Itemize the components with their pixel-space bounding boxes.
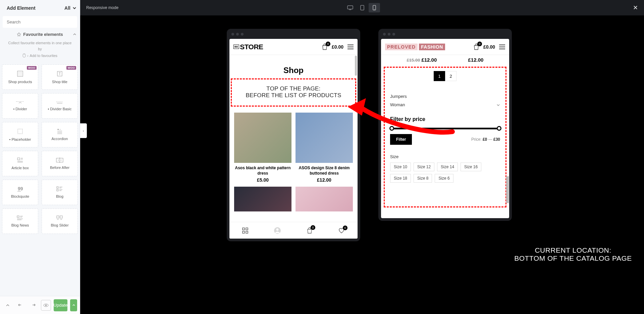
svg-rect-35 <box>57 189 58 191</box>
header-actions: 0 £0.00 <box>473 44 505 50</box>
element-blog-slider[interactable]: Blog Slider <box>42 208 78 234</box>
device-desktop[interactable] <box>344 3 356 12</box>
product-card[interactable] <box>296 187 353 211</box>
element-before-after[interactable]: Before After <box>42 151 78 176</box>
products-grid: Asos black and white pattern dress £5.00… <box>229 107 358 211</box>
cart-icon[interactable]: 0 <box>473 44 479 50</box>
menu-button[interactable] <box>499 45 505 49</box>
favourites-desc: Collect favourite elements in one place … <box>7 40 73 52</box>
svg-rect-17 <box>18 129 22 134</box>
placeholder-icon <box>17 128 23 135</box>
product-card[interactable]: ASOS design Size 8 denim buttoned dress … <box>296 113 353 183</box>
blog-news-icon <box>17 215 23 221</box>
search-input[interactable] <box>3 16 77 28</box>
element-article-box[interactable]: Article box <box>2 151 38 176</box>
svg-rect-23 <box>17 158 20 160</box>
pagination: 1 2 <box>390 71 500 81</box>
scrollbar[interactable] <box>355 56 357 76</box>
element-shop-title[interactable]: WOOTShop title <box>42 64 78 90</box>
filter-row: Filter Price: £0 — £30 <box>390 134 500 145</box>
svg-text:T: T <box>59 72 61 76</box>
device-mobile[interactable] <box>369 3 380 12</box>
slider-handle-min[interactable] <box>389 126 394 131</box>
price-row: £15.00£12.00 £12.00 <box>381 55 509 63</box>
size-option[interactable]: Size 10 <box>390 163 411 171</box>
update-button[interactable]: Update <box>54 299 68 311</box>
caret-up-button[interactable] <box>3 300 13 311</box>
element-divider[interactable]: • Divider <box>2 93 38 119</box>
account-icon[interactable] <box>274 227 281 234</box>
category-woman[interactable]: Woman <box>390 101 500 109</box>
chevron-down-icon <box>72 6 76 10</box>
page-title: Shop <box>229 66 358 75</box>
slider-handle-max[interactable] <box>497 126 501 131</box>
wishlist-icon[interactable]: 0 <box>338 228 345 234</box>
size-option[interactable]: Size 8 <box>414 174 432 183</box>
element-blockquote[interactable]: 99Blockquote <box>2 180 38 205</box>
sidebar-title: Add Element <box>7 5 36 11</box>
blog-icon <box>56 186 63 192</box>
product-card[interactable]: Asos black and white pattern dress £5.00 <box>234 113 291 183</box>
scrollbar[interactable] <box>506 176 509 203</box>
mobile-footer: 0 0 <box>229 222 358 239</box>
size-option[interactable]: Size 14 <box>437 163 458 171</box>
phone-preview-left: BESTORE 0 £0.00 Shop TOP OF THE PAGE: BE… <box>227 29 360 241</box>
element-shop-products[interactable]: WOOShop products <box>2 64 38 90</box>
woo-badge: WOO <box>66 66 76 70</box>
cart-icon[interactable]: 0 <box>322 44 328 50</box>
element-placeholder[interactable]: • Placeholder <box>2 122 38 147</box>
title-icon: T <box>56 70 63 77</box>
element-accordion[interactable]: Accordion <box>42 122 78 147</box>
size-option[interactable]: Size 16 <box>461 163 481 171</box>
device-tablet[interactable] <box>357 3 368 12</box>
window-dots <box>381 33 509 39</box>
preloved-logo[interactable]: PRELOVED FASHION <box>385 44 445 50</box>
update-dropdown[interactable] <box>70 299 77 311</box>
add-favourites-link[interactable]: › Add to favourites <box>7 53 73 58</box>
svg-point-7 <box>20 73 20 74</box>
svg-rect-55 <box>246 228 248 230</box>
page-2[interactable]: 2 <box>445 71 457 81</box>
svg-point-4 <box>20 72 20 73</box>
star-icon <box>17 32 21 37</box>
page-1[interactable]: 1 <box>434 71 445 81</box>
filter-dropdown[interactable]: All <box>64 5 76 11</box>
product-image <box>234 113 291 163</box>
svg-point-11 <box>21 75 22 75</box>
svg-point-9 <box>18 75 19 75</box>
grid-icon <box>17 70 23 77</box>
price-slider[interactable] <box>390 128 500 129</box>
cart-total: £0.00 <box>332 44 343 50</box>
footer-cart-icon[interactable]: 0 <box>307 227 313 234</box>
blog-slider-icon <box>56 215 63 221</box>
header-actions: 0 £0.00 <box>322 44 354 50</box>
responsive-mode-label: Responsive mode <box>86 5 118 10</box>
category-jumpers[interactable]: Jumpers <box>390 92 500 101</box>
grid-view-icon[interactable] <box>242 228 248 234</box>
view-button[interactable] <box>41 300 51 311</box>
size-option[interactable]: Size 6 <box>435 174 453 183</box>
collapse-sidebar-button[interactable]: ‹ <box>80 123 87 138</box>
element-divider-basic[interactable]: • Divider Basic <box>42 93 78 119</box>
element-blog-news[interactable]: Blog News <box>2 208 38 234</box>
redo-button[interactable] <box>28 300 38 311</box>
product-card[interactable] <box>234 187 291 211</box>
svg-rect-57 <box>246 231 248 233</box>
store-logo[interactable]: BESTORE <box>233 43 263 51</box>
phone-preview-right: PRELOVED FASHION 0 £0.00 £15.00£12.00 £1… <box>378 29 512 221</box>
svg-point-5 <box>21 72 22 73</box>
element-blog[interactable]: Blog <box>42 180 78 205</box>
size-filters: Size 10 Size 12 Size 14 Size 16 Size 18 … <box>390 163 500 183</box>
svg-point-10 <box>20 75 20 75</box>
favourites-toggle[interactable]: Favourite elements <box>7 32 73 37</box>
undo-button[interactable] <box>15 300 25 311</box>
size-option[interactable]: Size 12 <box>414 163 434 171</box>
size-option[interactable]: Size 18 <box>390 174 411 183</box>
menu-button[interactable] <box>347 45 354 49</box>
close-button[interactable]: ✕ <box>633 4 638 11</box>
svg-point-53 <box>374 9 375 10</box>
favourites-section: Favourite elements Collect favourite ele… <box>0 32 80 58</box>
annotation-label: CURRENT LOCATION: BOTTOM OF THE CATALOG … <box>502 240 644 268</box>
filter-button[interactable]: Filter <box>390 134 412 145</box>
phone-screen-left: BESTORE 0 £0.00 Shop TOP OF THE PAGE: BE… <box>229 39 358 239</box>
